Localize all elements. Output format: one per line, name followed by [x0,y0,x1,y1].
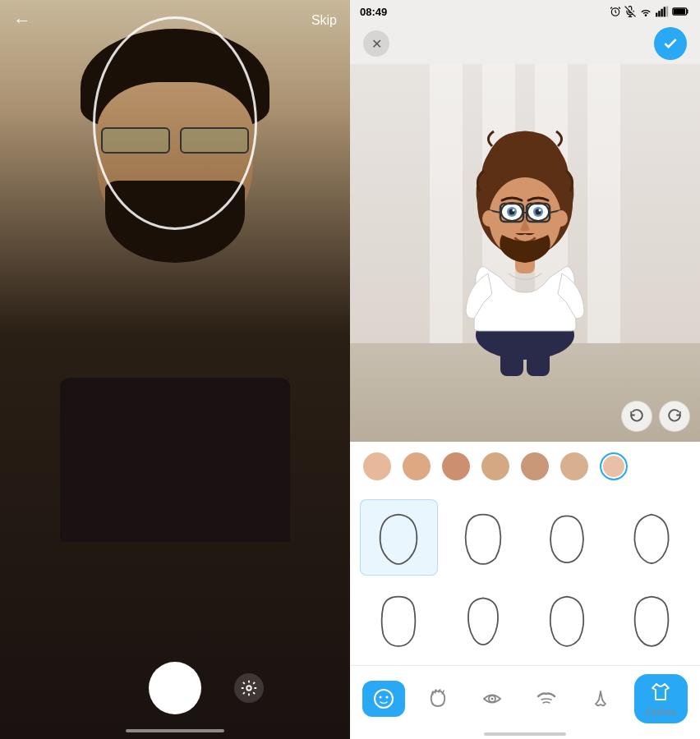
avatar-preview [350,64,700,442]
clothes-nav-label: Clothes [646,707,676,717]
close-button[interactable]: ✕ [363,30,389,57]
avatar-character [443,97,607,376]
clothes-nav-icon [649,681,672,704]
skin-color-3[interactable] [442,452,470,480]
home-indicator-avatar [484,732,566,736]
skip-button[interactable]: Skip [311,13,337,28]
face-nav-icon [372,687,395,710]
nav-item-brows[interactable] [525,681,568,717]
alarm-icon [610,6,621,17]
nav-item-eyes[interactable] [471,681,513,717]
undo-button[interactable] [621,401,652,432]
mute-icon [624,6,636,17]
face-shape-7[interactable] [528,582,606,657]
redo-button[interactable] [659,401,690,432]
face-shape-4[interactable] [613,499,691,576]
face-shape-grid [350,491,700,665]
svg-point-35 [386,695,389,698]
undo-icon [629,409,644,424]
back-button[interactable]: ← [13,10,31,31]
svg-rect-11 [674,9,685,15]
skin-color-selector [350,442,700,491]
glasses-silhouette [93,127,257,152]
camera-panel: ← Skip [0,0,350,739]
confirm-button[interactable] [654,27,687,60]
battery-icon [672,7,690,16]
checkmark-icon [662,35,679,52]
svg-point-32 [555,210,568,227]
nose-nav-icon [589,687,612,710]
nav-item-face[interactable] [362,681,405,717]
body-silhouette [60,378,290,542]
wifi-icon [639,7,652,16]
svg-rect-7 [661,9,662,17]
eyes-nav-icon [481,687,504,710]
signal-icon [656,6,669,17]
svg-rect-6 [658,11,660,16]
brows-nav-icon [535,687,558,710]
camera-switch-button[interactable] [234,673,264,703]
avatar-svg [443,97,607,376]
svg-point-21 [513,209,515,212]
redo-icon [667,409,682,424]
svg-point-37 [491,697,494,700]
face-detection-oval [93,16,257,230]
face-shape-6[interactable] [444,582,523,657]
undo-redo-controls [621,401,690,432]
svg-point-33 [375,690,393,708]
avatar-panel: 08:49 [350,0,700,739]
nav-item-hair[interactable] [417,681,459,717]
skin-color-6[interactable] [560,452,588,480]
svg-rect-8 [664,7,665,16]
nav-item-clothes[interactable]: Clothes [634,674,688,723]
skin-color-2[interactable] [403,452,431,480]
camera-controls [0,662,350,714]
skin-color-4[interactable] [481,452,509,480]
status-bar: 08:49 [350,0,700,23]
svg-rect-13 [500,327,523,376]
svg-point-25 [539,209,541,212]
nav-item-nose[interactable] [579,681,622,717]
svg-rect-9 [666,7,668,17]
hair-nav-icon [426,687,449,710]
face-shape-1[interactable] [360,499,438,576]
home-indicator-camera [126,729,224,732]
shutter-button[interactable] [149,662,201,714]
status-icons [610,6,690,17]
svg-point-34 [380,695,382,698]
face-shape-5[interactable] [360,582,438,657]
skin-color-1[interactable] [363,452,391,480]
skin-color-7[interactable] [600,452,628,480]
status-time: 08:49 [360,6,387,18]
svg-point-0 [246,686,251,691]
face-shape-8[interactable] [613,582,691,657]
bottom-navigation: Clothes [350,665,700,739]
svg-point-31 [482,210,495,227]
face-shape-2[interactable] [444,499,523,576]
skin-color-5[interactable] [521,452,549,480]
face-shape-3[interactable] [528,499,606,576]
svg-rect-14 [527,327,550,376]
camera-top-bar: ← Skip [0,0,350,41]
avatar-top-bar: ✕ [350,23,700,64]
svg-rect-5 [656,13,657,17]
